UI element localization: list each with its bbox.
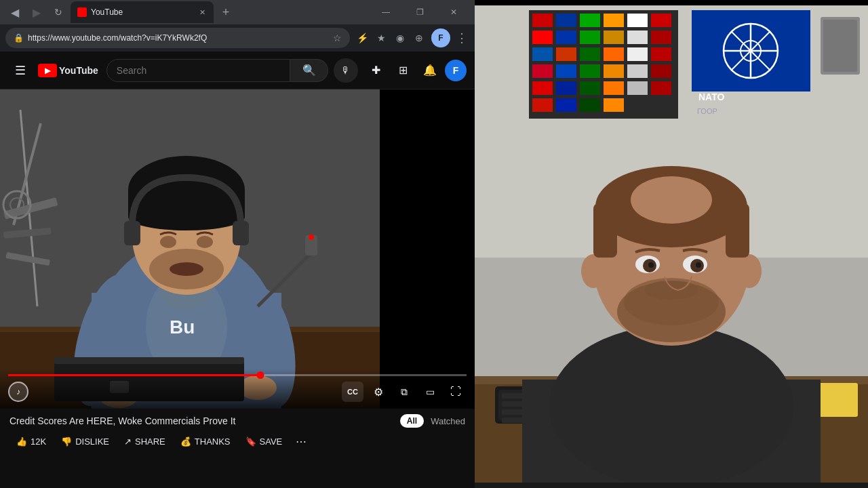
volume-circle-button[interactable]: ♪ bbox=[8, 382, 28, 402]
miniplayer-button[interactable]: ⧉ bbox=[393, 382, 415, 402]
ext-icon-3[interactable]: ◉ bbox=[392, 30, 408, 46]
tab-title: YouTube bbox=[91, 7, 193, 17]
save-icon: 🔖 bbox=[245, 436, 256, 447]
forward-button[interactable]: ▶ bbox=[27, 3, 46, 22]
close-button[interactable]: ✕ bbox=[438, 0, 469, 24]
minimize-button[interactable]: — bbox=[370, 0, 401, 24]
svg-rect-64 bbox=[532, 81, 553, 95]
reload-button[interactable]: ↻ bbox=[49, 3, 68, 22]
dislike-button[interactable]: 👎 DISLIKE bbox=[54, 433, 116, 450]
svg-rect-73 bbox=[604, 98, 624, 112]
youtube-header: ☰ ▶ YouTube 🔍 🎙 ✚ ⊞ 🔔 F bbox=[0, 52, 475, 89]
like-icon: 👍 bbox=[16, 436, 27, 447]
browser-menu-icon[interactable]: ⋮ bbox=[454, 30, 469, 45]
video-controls-bar: ♪ CC ⚙ ⧉ ▭ ⛶ bbox=[0, 369, 475, 409]
svg-rect-68 bbox=[627, 81, 648, 95]
address-bar[interactable]: 🔒 https://www.youtube.com/watch?v=iK7YkR… bbox=[5, 28, 350, 48]
svg-rect-48 bbox=[580, 30, 600, 44]
header-right-icons: ✚ ⊞ 🔔 F bbox=[363, 58, 467, 83]
all-filter-badge[interactable]: All bbox=[400, 414, 424, 428]
account-avatar-browser[interactable]: F bbox=[431, 28, 450, 47]
svg-rect-41 bbox=[556, 14, 576, 27]
svg-rect-70 bbox=[532, 98, 553, 112]
share-label: SHARE bbox=[135, 436, 165, 447]
watched-badge[interactable]: Watched bbox=[431, 416, 465, 426]
svg-point-100 bbox=[737, 254, 762, 288]
progress-bar-container[interactable] bbox=[8, 374, 467, 376]
svg-rect-72 bbox=[580, 98, 600, 112]
microphone-button[interactable]: 🎙 bbox=[334, 58, 358, 83]
svg-rect-40 bbox=[532, 14, 553, 27]
svg-rect-60 bbox=[580, 64, 600, 78]
thanks-button[interactable]: 💰 THANKS bbox=[174, 433, 237, 450]
like-count: 12K bbox=[31, 436, 46, 447]
svg-rect-46 bbox=[532, 30, 553, 44]
url-text: https://www.youtube.com/watch?v=iK7YkRWk… bbox=[28, 33, 329, 43]
svg-rect-47 bbox=[556, 30, 576, 44]
share-button[interactable]: ↗ SHARE bbox=[117, 433, 172, 450]
tab-close-button[interactable]: ✕ bbox=[197, 7, 207, 17]
svg-rect-50 bbox=[627, 30, 648, 44]
search-input[interactable] bbox=[106, 59, 290, 82]
save-button[interactable]: 🔖 SAVE bbox=[239, 433, 290, 450]
search-button[interactable]: 🔍 bbox=[290, 59, 328, 82]
thanks-label: THANKS bbox=[195, 436, 231, 447]
bookmark-star-icon: ☆ bbox=[333, 33, 342, 43]
svg-rect-57 bbox=[651, 47, 671, 61]
svg-rect-103 bbox=[593, 203, 617, 258]
fullscreen-button[interactable]: ⛶ bbox=[445, 382, 467, 402]
svg-text:ГООР: ГООР bbox=[697, 107, 717, 115]
svg-rect-69 bbox=[651, 81, 671, 95]
new-tab-button[interactable]: + bbox=[216, 3, 235, 22]
notifications-button[interactable]: 🔔 bbox=[418, 58, 442, 83]
save-label: SAVE bbox=[260, 436, 283, 447]
svg-rect-62 bbox=[627, 64, 648, 78]
svg-rect-51 bbox=[651, 30, 671, 44]
video-info-section: Credit Scores Are HERE, Woke Commercials… bbox=[0, 409, 475, 455]
video-player: Bu bbox=[0, 89, 475, 409]
captions-button[interactable]: CC bbox=[342, 382, 363, 402]
svg-point-107 bbox=[644, 281, 698, 300]
svg-rect-65 bbox=[556, 81, 576, 95]
svg-point-27 bbox=[160, 236, 176, 248]
svg-rect-61 bbox=[604, 64, 624, 78]
svg-rect-45 bbox=[651, 14, 671, 27]
browser-tab[interactable]: YouTube ✕ bbox=[71, 1, 214, 23]
svg-rect-52 bbox=[532, 47, 553, 61]
restore-button[interactable]: ❐ bbox=[404, 0, 435, 24]
svg-text:Bu: Bu bbox=[170, 317, 195, 338]
video-action-bar: 👍 12K 👎 DISLIKE ↗ SHARE 💰 THANKS 🔖 S bbox=[9, 432, 465, 451]
svg-rect-58 bbox=[532, 64, 553, 78]
video-title: Credit Scores Are HERE, Woke Commercials… bbox=[9, 415, 393, 426]
tab-favicon bbox=[77, 7, 87, 17]
svg-rect-35 bbox=[54, 357, 244, 364]
more-options-button[interactable]: ⋯ bbox=[290, 432, 312, 451]
ext-icon-2[interactable]: ★ bbox=[373, 30, 389, 46]
video-frame-visual: Bu bbox=[0, 89, 475, 409]
dislike-label: DISLIKE bbox=[75, 436, 109, 447]
create-video-button[interactable]: ✚ bbox=[363, 58, 388, 83]
ext-icon-1[interactable]: ⚡ bbox=[354, 30, 370, 46]
svg-rect-66 bbox=[580, 81, 600, 95]
hamburger-menu-button[interactable]: ☰ bbox=[8, 58, 33, 83]
ext-icon-4[interactable]: ⊕ bbox=[411, 30, 427, 46]
progress-scrubber bbox=[256, 371, 264, 379]
svg-text:NATO: NATO bbox=[698, 92, 724, 102]
svg-point-113 bbox=[696, 262, 701, 268]
like-button[interactable]: 👍 12K bbox=[9, 433, 53, 450]
youtube-logo[interactable]: ▶ YouTube bbox=[38, 64, 98, 77]
svg-point-102 bbox=[631, 176, 712, 224]
svg-rect-71 bbox=[556, 98, 576, 112]
back-button[interactable]: ◀ bbox=[5, 3, 24, 22]
top-black-bar bbox=[475, 0, 868, 5]
svg-rect-67 bbox=[604, 81, 624, 95]
svg-rect-43 bbox=[604, 14, 624, 27]
webcam-panel: NATO ГООР bbox=[475, 0, 868, 488]
svg-point-24 bbox=[128, 203, 245, 230]
svg-rect-83 bbox=[823, 20, 857, 72]
user-avatar[interactable]: F bbox=[445, 60, 467, 81]
settings-button[interactable]: ⚙ bbox=[368, 382, 389, 402]
theater-mode-button[interactable]: ▭ bbox=[419, 382, 441, 402]
svg-rect-104 bbox=[726, 203, 749, 258]
youtube-apps-button[interactable]: ⊞ bbox=[391, 58, 415, 83]
